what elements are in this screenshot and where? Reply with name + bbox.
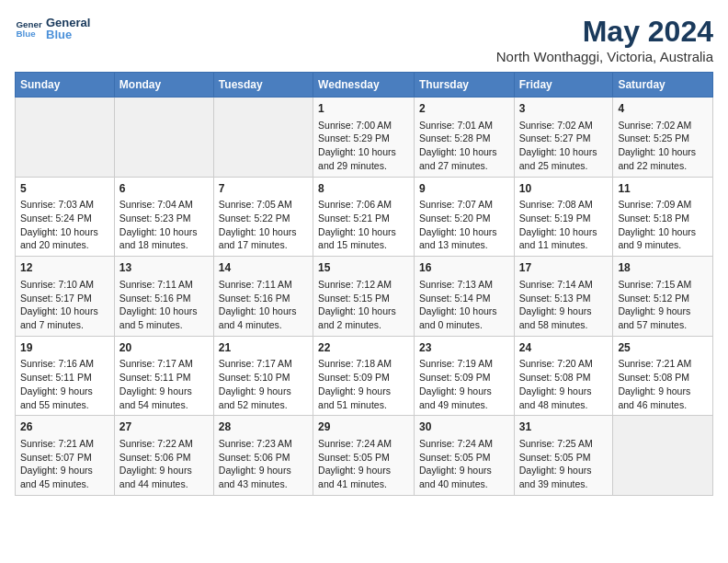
day-info: Sunset: 5:09 PM <box>318 371 409 385</box>
day-info: and 41 minutes. <box>318 477 409 491</box>
day-info: Sunrise: 7:13 AM <box>419 278 509 292</box>
day-number: 4 <box>618 101 708 117</box>
calendar-cell: 1Sunrise: 7:00 AMSunset: 5:29 PMDaylight… <box>313 98 415 178</box>
day-info: and 9 minutes. <box>618 238 708 252</box>
day-info: Daylight: 9 hours <box>519 304 609 318</box>
day-info: Daylight: 10 hours <box>618 145 708 159</box>
day-number: 1 <box>318 101 409 117</box>
calendar-cell: 27Sunrise: 7:22 AMSunset: 5:06 PMDayligh… <box>114 416 213 496</box>
day-info: and 0 minutes. <box>419 318 509 332</box>
day-number: 7 <box>219 181 308 197</box>
day-info: Sunset: 5:24 PM <box>20 212 109 225</box>
main-title: May 2024 <box>496 15 713 49</box>
day-info: Sunset: 5:18 PM <box>618 212 708 225</box>
day-info: Daylight: 9 hours <box>119 464 209 477</box>
logo-blue: Blue <box>46 28 90 41</box>
day-info: and 39 minutes. <box>519 477 609 491</box>
col-header-sunday: Sunday <box>16 73 115 98</box>
day-number: 2 <box>419 101 509 117</box>
day-number: 18 <box>618 260 708 276</box>
day-info: Daylight: 9 hours <box>219 385 308 398</box>
day-info: and 18 minutes. <box>119 238 209 252</box>
day-info: and 58 minutes. <box>519 318 609 332</box>
day-info: Daylight: 9 hours <box>20 385 109 398</box>
day-number: 6 <box>119 181 209 197</box>
day-number: 12 <box>20 260 109 276</box>
week-row-2: 5Sunrise: 7:03 AMSunset: 5:24 PMDaylight… <box>16 177 713 257</box>
calendar-cell <box>613 416 713 496</box>
day-info: Sunrise: 7:01 AM <box>419 119 509 132</box>
day-number: 30 <box>419 419 509 435</box>
day-info: Sunrise: 7:04 AM <box>119 198 209 212</box>
day-info: Sunrise: 7:02 AM <box>618 119 708 132</box>
day-info: Daylight: 10 hours <box>519 145 609 159</box>
day-info: Sunset: 5:12 PM <box>618 292 708 305</box>
day-info: Daylight: 9 hours <box>618 385 708 398</box>
logo-icon: General Blue <box>15 15 42 42</box>
calendar-cell: 31Sunrise: 7:25 AMSunset: 5:05 PMDayligh… <box>514 416 613 496</box>
day-number: 24 <box>519 340 609 356</box>
calendar-cell: 14Sunrise: 7:11 AMSunset: 5:16 PMDayligh… <box>213 257 313 337</box>
day-info: Daylight: 10 hours <box>219 225 308 239</box>
day-info: Daylight: 10 hours <box>318 145 409 159</box>
day-number: 29 <box>318 419 409 435</box>
week-row-3: 12Sunrise: 7:10 AMSunset: 5:17 PMDayligh… <box>16 257 713 337</box>
svg-text:General: General <box>17 19 43 29</box>
col-header-saturday: Saturday <box>613 73 713 98</box>
day-info: and 51 minutes. <box>318 398 409 412</box>
calendar-cell <box>114 98 213 178</box>
day-info: Daylight: 10 hours <box>519 225 609 239</box>
day-info: Daylight: 9 hours <box>219 464 308 477</box>
day-info: Sunset: 5:10 PM <box>219 371 308 385</box>
calendar-cell: 22Sunrise: 7:18 AMSunset: 5:09 PMDayligh… <box>313 336 415 416</box>
day-info: Sunset: 5:13 PM <box>519 292 609 305</box>
subtitle: North Wonthaggi, Victoria, Australia <box>496 49 713 64</box>
calendar-table: SundayMondayTuesdayWednesdayThursdayFrid… <box>15 72 713 496</box>
day-info: and 55 minutes. <box>20 398 109 412</box>
col-header-tuesday: Tuesday <box>213 73 313 98</box>
calendar-cell: 7Sunrise: 7:05 AMSunset: 5:22 PMDaylight… <box>213 177 313 257</box>
day-number: 14 <box>219 260 308 276</box>
day-number: 26 <box>20 419 109 435</box>
day-info: Sunset: 5:06 PM <box>219 451 308 465</box>
day-info: Sunset: 5:27 PM <box>519 132 609 145</box>
calendar-cell: 2Sunrise: 7:01 AMSunset: 5:28 PMDaylight… <box>414 98 514 178</box>
day-info: Daylight: 9 hours <box>318 385 409 398</box>
calendar-cell: 24Sunrise: 7:20 AMSunset: 5:08 PMDayligh… <box>514 336 613 416</box>
day-info: Sunset: 5:08 PM <box>618 371 708 385</box>
col-header-wednesday: Wednesday <box>313 73 415 98</box>
day-number: 19 <box>20 340 109 356</box>
calendar-cell: 28Sunrise: 7:23 AMSunset: 5:06 PMDayligh… <box>213 416 313 496</box>
col-header-friday: Friday <box>514 73 613 98</box>
day-info: Sunrise: 7:16 AM <box>20 357 109 371</box>
calendar-cell: 16Sunrise: 7:13 AMSunset: 5:14 PMDayligh… <box>414 257 514 337</box>
day-info: Sunrise: 7:19 AM <box>419 357 509 371</box>
day-info: Sunrise: 7:06 AM <box>318 198 409 212</box>
day-number: 8 <box>318 181 409 197</box>
day-number: 15 <box>318 260 409 276</box>
day-info: Sunset: 5:23 PM <box>119 212 209 225</box>
page-header: General Blue General Blue May 2024 North… <box>15 15 713 64</box>
day-info: Sunrise: 7:08 AM <box>519 198 609 212</box>
day-info: Daylight: 10 hours <box>20 225 109 239</box>
day-info: Sunrise: 7:00 AM <box>318 119 409 132</box>
day-info: Sunset: 5:11 PM <box>119 371 209 385</box>
day-info: Sunrise: 7:07 AM <box>419 198 509 212</box>
calendar-cell: 29Sunrise: 7:24 AMSunset: 5:05 PMDayligh… <box>313 416 415 496</box>
day-info: Sunrise: 7:02 AM <box>519 119 609 132</box>
day-number: 11 <box>618 181 708 197</box>
day-info: and 54 minutes. <box>119 398 209 412</box>
calendar-cell: 13Sunrise: 7:11 AMSunset: 5:16 PMDayligh… <box>114 257 213 337</box>
day-info: Sunrise: 7:11 AM <box>119 278 209 292</box>
day-number: 25 <box>618 340 708 356</box>
logo: General Blue General Blue <box>15 15 90 42</box>
day-info: Sunset: 5:16 PM <box>219 292 308 305</box>
day-info: Daylight: 10 hours <box>20 304 109 318</box>
day-info: and 11 minutes. <box>519 238 609 252</box>
day-info: and 43 minutes. <box>219 477 308 491</box>
day-info: Daylight: 9 hours <box>419 385 509 398</box>
calendar-cell: 11Sunrise: 7:09 AMSunset: 5:18 PMDayligh… <box>613 177 713 257</box>
day-info: and 45 minutes. <box>20 477 109 491</box>
day-info: Sunrise: 7:12 AM <box>318 278 409 292</box>
day-number: 16 <box>419 260 509 276</box>
